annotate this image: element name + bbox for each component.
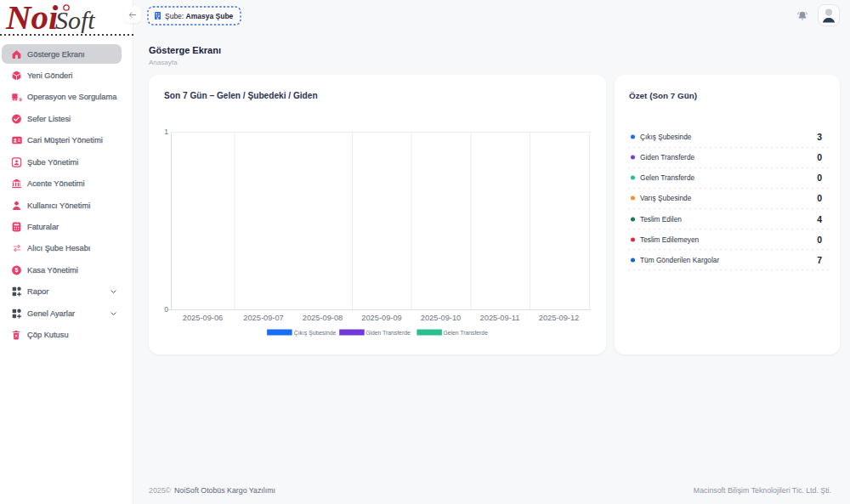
svg-text:Soft: Soft xyxy=(55,6,95,33)
svg-text:Noi: Noi xyxy=(5,1,59,33)
svg-text:Çıkış Şubesinde: Çıkış Şubesinde xyxy=(294,330,337,337)
svg-text:Gelen Transferde: Gelen Transferde xyxy=(443,330,488,336)
svg-text:2025-09-10: 2025-09-10 xyxy=(421,314,462,322)
svg-text:2025-09-08: 2025-09-08 xyxy=(303,314,343,322)
svg-text:2025-09-12: 2025-09-12 xyxy=(539,314,580,322)
svg-text:2025-09-11: 2025-09-11 xyxy=(480,314,520,322)
svg-text:2025-09-07: 2025-09-07 xyxy=(243,314,284,322)
svg-text:1: 1 xyxy=(164,127,168,136)
svg-text:$: $ xyxy=(15,267,19,274)
svg-text:2025-09-09: 2025-09-09 xyxy=(361,314,402,322)
svg-text:Giden Transferde: Giden Transferde xyxy=(366,330,411,336)
svg-text:9: 9 xyxy=(19,97,22,102)
svg-text:2025-09-06: 2025-09-06 xyxy=(183,314,224,322)
svg-text:0: 0 xyxy=(164,305,168,314)
